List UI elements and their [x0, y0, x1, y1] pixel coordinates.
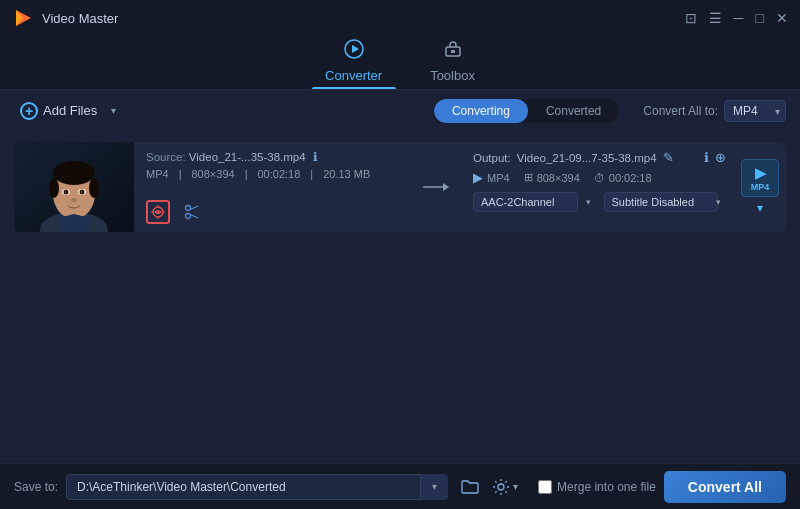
svg-rect-5 [451, 50, 455, 53]
output-meta-row: ▶ MP4 ⊞ 808×394 ⏱ 00:02:18 [473, 170, 726, 185]
format-badge-icon: ▶ [755, 165, 766, 181]
add-files-dropdown-arrow[interactable]: ▾ [111, 105, 116, 116]
converting-tab-btn[interactable]: Converting [434, 99, 528, 123]
merge-checkbox-area: Merge into one file [538, 480, 656, 494]
nav-tabs: Converter Toolbox [0, 36, 800, 90]
svg-marker-3 [352, 45, 359, 53]
file-item: Source: Video_21-...35-38.mp4 ℹ MP4 | 80… [14, 142, 786, 232]
plus-icon: + [20, 102, 38, 120]
convert-all-to-area: Convert All to: MP4 AVI MOV MKV [643, 100, 786, 122]
output-duration: ⏱ 00:02:18 [594, 172, 652, 184]
meta-sep1: | [179, 168, 182, 180]
meta-resolution: 808×394 [191, 168, 234, 180]
svg-point-25 [186, 206, 191, 211]
browse-folder-button[interactable] [456, 473, 484, 501]
output-add-icon[interactable]: ⊕ [715, 150, 726, 165]
svg-point-26 [186, 214, 191, 219]
svg-point-13 [89, 178, 99, 198]
maximize-icon[interactable]: □ [756, 10, 764, 26]
output-res-icon: ⊞ [524, 171, 533, 184]
bottom-bar: Save to: ▾ ▾ Merge into one file Convert… [0, 463, 800, 509]
converter-tab-icon [344, 39, 364, 64]
convert-format-select[interactable]: MP4 AVI MOV MKV [724, 100, 786, 122]
save-to-label: Save to: [14, 480, 58, 494]
converter-tab-label: Converter [325, 68, 382, 83]
settings-dropdown-arrow[interactable]: ▾ [513, 481, 518, 492]
subtitle-select[interactable]: Subtitle Disabled Subtitle Enabled [604, 192, 718, 212]
output-info-icon[interactable]: ℹ [704, 150, 709, 165]
audio-select-wrapper: AAC-2Channel AAC-1Channel MP3 [473, 192, 596, 212]
meta-sep2: | [245, 168, 248, 180]
close-icon[interactable]: ✕ [776, 10, 788, 26]
output-resolution: ⊞ 808×394 [524, 171, 580, 184]
output-filename: Video_21-09...7-35-38.mp4 [517, 152, 657, 164]
svg-point-18 [71, 198, 77, 202]
meta-sep3: | [310, 168, 313, 180]
merge-label: Merge into one file [557, 480, 656, 494]
output-res-val: 808×394 [537, 172, 580, 184]
audio-channel-select[interactable]: AAC-2Channel AAC-1Channel MP3 [473, 192, 578, 212]
svg-point-20 [157, 211, 160, 214]
main-content: Source: Video_21-...35-38.mp4 ℹ MP4 | 80… [0, 132, 800, 242]
output-file-info: Output: Video_21-09...7-35-38.mp4 ✎ ℹ ⊕ [473, 150, 726, 165]
window-controls: ⊡ ☰ ─ □ ✕ [685, 10, 788, 26]
save-path-dropdown-arrow[interactable]: ▾ [420, 474, 448, 500]
save-path-input[interactable] [66, 474, 448, 500]
toolbar: + Add Files ▾ Converting Converted Conve… [0, 90, 800, 132]
meta-size: 20.13 MB [323, 168, 370, 180]
format-badge-col: ▶ MP4 ▾ [738, 142, 786, 232]
file-source-info: Source: Video_21-...35-38.mp4 ℹ [146, 150, 399, 164]
output-dur-icon: ⏱ [594, 172, 605, 184]
format-badge: ▶ MP4 [741, 159, 779, 197]
svg-line-28 [190, 215, 198, 219]
file-thumbnail [14, 142, 134, 232]
merge-checkbox[interactable] [538, 480, 552, 494]
output-section: Output: Video_21-09...7-35-38.mp4 ✎ ℹ ⊕ … [461, 142, 738, 232]
convert-format-select-wrapper: MP4 AVI MOV MKV [724, 100, 786, 122]
file-meta: MP4 | 808×394 | 00:02:18 | 20.13 MB [146, 168, 399, 180]
meta-duration: 00:02:18 [257, 168, 300, 180]
file-actions [146, 200, 399, 224]
tab-converter[interactable]: Converter [301, 33, 406, 89]
convert-all-button[interactable]: Convert All [664, 471, 786, 503]
title-bar: Video Master ⊡ ☰ ─ □ ✕ [0, 0, 800, 36]
add-files-button[interactable]: + Add Files [14, 98, 103, 124]
svg-point-17 [80, 190, 85, 195]
app-logo-icon [12, 7, 34, 29]
toolbox-tab-label: Toolbox [430, 68, 475, 83]
source-filename: Video_21-...35-38.mp4 [189, 151, 306, 163]
subtitle-select-wrapper: Subtitle Disabled Subtitle Enabled [604, 192, 727, 212]
caption-icon[interactable]: ⊡ [685, 10, 697, 26]
meta-format: MP4 [146, 168, 169, 180]
svg-point-12 [49, 178, 59, 198]
svg-marker-30 [443, 183, 449, 191]
source-label: Source: [146, 151, 186, 163]
status-tab-group: Converting Converted [434, 99, 619, 123]
toolbox-tab-icon [443, 39, 463, 64]
output-format-icon: ▶ [473, 170, 483, 185]
output-edit-icon[interactable]: ✎ [663, 150, 674, 165]
svg-point-16 [64, 190, 69, 195]
output-format: ▶ MP4 [473, 170, 510, 185]
convert-arrow [411, 142, 461, 232]
menu-icon[interactable]: ☰ [709, 10, 722, 26]
svg-point-31 [498, 484, 504, 490]
cut-icon-btn[interactable] [180, 200, 204, 224]
output-format-val: MP4 [487, 172, 510, 184]
source-info-icon[interactable]: ℹ [313, 151, 318, 163]
app-title: Video Master [42, 11, 685, 26]
save-path-wrapper: ▾ [66, 474, 448, 500]
tab-toolbox[interactable]: Toolbox [406, 33, 499, 89]
thumbnail-image [14, 142, 134, 232]
output-settings-button[interactable]: ▾ [492, 478, 518, 496]
output-label: Output: [473, 152, 511, 164]
svg-point-11 [53, 161, 95, 185]
format-badge-label: MP4 [751, 182, 770, 192]
converted-tab-btn[interactable]: Converted [528, 99, 619, 123]
format-badge-dropdown[interactable]: ▾ [757, 201, 763, 215]
enhance-icon-btn[interactable] [146, 200, 170, 224]
file-item-info: Source: Video_21-...35-38.mp4 ℹ MP4 | 80… [134, 142, 411, 232]
svg-line-27 [190, 206, 198, 210]
convert-all-to-label: Convert All to: [643, 104, 718, 118]
minimize-icon[interactable]: ─ [734, 10, 744, 26]
